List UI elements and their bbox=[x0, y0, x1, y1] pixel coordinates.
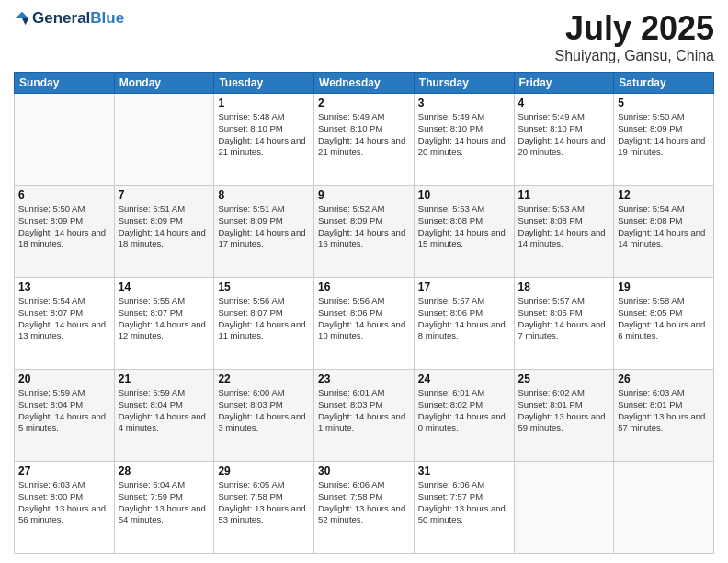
day-number: 2 bbox=[318, 97, 410, 109]
day-info: Sunrise: 5:49 AM Sunset: 8:10 PM Dayligh… bbox=[518, 111, 610, 158]
table-row bbox=[614, 462, 714, 554]
day-info: Sunrise: 5:53 AM Sunset: 8:08 PM Dayligh… bbox=[518, 203, 610, 250]
day-info: Sunrise: 5:59 AM Sunset: 8:04 PM Dayligh… bbox=[18, 387, 110, 434]
day-info: Sunrise: 5:48 AM Sunset: 8:10 PM Dayligh… bbox=[218, 111, 310, 158]
day-number: 12 bbox=[618, 189, 710, 201]
table-row: 12Sunrise: 5:54 AM Sunset: 8:08 PM Dayli… bbox=[614, 186, 714, 278]
logo: General Blue bbox=[14, 9, 124, 28]
col-wednesday: Wednesday bbox=[314, 73, 415, 94]
day-number: 15 bbox=[218, 281, 310, 293]
day-info: Sunrise: 5:51 AM Sunset: 8:09 PM Dayligh… bbox=[218, 203, 310, 250]
day-number: 28 bbox=[119, 465, 210, 477]
table-row: 21Sunrise: 5:59 AM Sunset: 8:04 PM Dayli… bbox=[114, 370, 214, 462]
table-row: 6Sunrise: 5:50 AM Sunset: 8:09 PM Daylig… bbox=[15, 186, 115, 278]
table-row: 20Sunrise: 5:59 AM Sunset: 8:04 PM Dayli… bbox=[15, 370, 115, 462]
title-location: Shuiyang, Gansu, China bbox=[555, 48, 714, 64]
day-number: 18 bbox=[518, 281, 610, 293]
day-number: 5 bbox=[618, 97, 710, 109]
table-row bbox=[114, 94, 214, 186]
col-monday: Monday bbox=[114, 73, 214, 94]
day-number: 25 bbox=[518, 373, 610, 385]
day-info: Sunrise: 5:50 AM Sunset: 8:09 PM Dayligh… bbox=[618, 111, 710, 158]
table-row bbox=[15, 94, 115, 186]
day-info: Sunrise: 5:52 AM Sunset: 8:09 PM Dayligh… bbox=[318, 203, 410, 250]
day-number: 6 bbox=[18, 189, 110, 201]
header: General Blue July 2025 Shuiyang, Gansu, … bbox=[14, 9, 714, 64]
col-thursday: Thursday bbox=[414, 73, 514, 94]
table-row bbox=[514, 462, 614, 554]
day-number: 4 bbox=[518, 97, 610, 109]
calendar-row: 20Sunrise: 5:59 AM Sunset: 8:04 PM Dayli… bbox=[15, 370, 714, 462]
table-row: 27Sunrise: 6:03 AM Sunset: 8:00 PM Dayli… bbox=[15, 462, 115, 554]
day-number: 24 bbox=[418, 373, 510, 385]
table-row: 2Sunrise: 5:49 AM Sunset: 8:10 PM Daylig… bbox=[314, 94, 415, 186]
day-number: 11 bbox=[518, 189, 610, 201]
day-number: 10 bbox=[418, 189, 510, 201]
day-info: Sunrise: 5:51 AM Sunset: 8:09 PM Dayligh… bbox=[119, 203, 210, 250]
calendar-row: 6Sunrise: 5:50 AM Sunset: 8:09 PM Daylig… bbox=[15, 186, 714, 278]
table-row: 14Sunrise: 5:55 AM Sunset: 8:07 PM Dayli… bbox=[114, 278, 214, 370]
day-number: 26 bbox=[618, 373, 710, 385]
day-info: Sunrise: 5:58 AM Sunset: 8:05 PM Dayligh… bbox=[618, 295, 710, 342]
title-month: July 2025 bbox=[555, 9, 714, 48]
table-row: 10Sunrise: 5:53 AM Sunset: 8:08 PM Dayli… bbox=[414, 186, 514, 278]
table-row: 30Sunrise: 6:06 AM Sunset: 7:58 PM Dayli… bbox=[314, 462, 415, 554]
title-block: July 2025 Shuiyang, Gansu, China bbox=[555, 9, 714, 64]
day-info: Sunrise: 6:03 AM Sunset: 8:00 PM Dayligh… bbox=[18, 479, 110, 526]
table-row: 8Sunrise: 5:51 AM Sunset: 8:09 PM Daylig… bbox=[214, 186, 314, 278]
day-info: Sunrise: 5:49 AM Sunset: 8:10 PM Dayligh… bbox=[418, 111, 510, 158]
table-row: 16Sunrise: 5:56 AM Sunset: 8:06 PM Dayli… bbox=[314, 278, 415, 370]
day-number: 27 bbox=[18, 465, 110, 477]
day-number: 8 bbox=[218, 189, 310, 201]
calendar-row: 13Sunrise: 5:54 AM Sunset: 8:07 PM Dayli… bbox=[15, 278, 714, 370]
table-row: 29Sunrise: 6:05 AM Sunset: 7:58 PM Dayli… bbox=[214, 462, 314, 554]
day-number: 22 bbox=[218, 373, 310, 385]
table-row: 28Sunrise: 6:04 AM Sunset: 7:59 PM Dayli… bbox=[114, 462, 214, 554]
calendar-table: Sunday Monday Tuesday Wednesday Thursday… bbox=[14, 72, 714, 554]
day-info: Sunrise: 6:05 AM Sunset: 7:58 PM Dayligh… bbox=[218, 479, 310, 526]
table-row: 3Sunrise: 5:49 AM Sunset: 8:10 PM Daylig… bbox=[414, 94, 514, 186]
table-row: 15Sunrise: 5:56 AM Sunset: 8:07 PM Dayli… bbox=[214, 278, 314, 370]
col-saturday: Saturday bbox=[614, 73, 714, 94]
day-number: 1 bbox=[218, 97, 310, 109]
svg-marker-1 bbox=[22, 18, 28, 25]
logo-general: General bbox=[32, 9, 90, 28]
table-row: 26Sunrise: 6:03 AM Sunset: 8:01 PM Dayli… bbox=[614, 370, 714, 462]
day-number: 3 bbox=[418, 97, 510, 109]
calendar-header-row: Sunday Monday Tuesday Wednesday Thursday… bbox=[15, 73, 714, 94]
table-row: 13Sunrise: 5:54 AM Sunset: 8:07 PM Dayli… bbox=[15, 278, 115, 370]
day-number: 14 bbox=[119, 281, 210, 293]
day-info: Sunrise: 6:06 AM Sunset: 7:58 PM Dayligh… bbox=[318, 479, 410, 526]
table-row: 17Sunrise: 5:57 AM Sunset: 8:06 PM Dayli… bbox=[414, 278, 514, 370]
col-sunday: Sunday bbox=[15, 73, 115, 94]
day-number: 21 bbox=[119, 373, 210, 385]
table-row: 1Sunrise: 5:48 AM Sunset: 8:10 PM Daylig… bbox=[214, 94, 314, 186]
table-row: 7Sunrise: 5:51 AM Sunset: 8:09 PM Daylig… bbox=[114, 186, 214, 278]
day-info: Sunrise: 5:56 AM Sunset: 8:06 PM Dayligh… bbox=[318, 295, 410, 342]
calendar-row: 27Sunrise: 6:03 AM Sunset: 8:00 PM Dayli… bbox=[15, 462, 714, 554]
day-info: Sunrise: 5:57 AM Sunset: 8:05 PM Dayligh… bbox=[518, 295, 610, 342]
day-info: Sunrise: 6:02 AM Sunset: 8:01 PM Dayligh… bbox=[518, 387, 610, 434]
day-number: 30 bbox=[318, 465, 410, 477]
day-info: Sunrise: 6:03 AM Sunset: 8:01 PM Dayligh… bbox=[618, 387, 710, 434]
table-row: 23Sunrise: 6:01 AM Sunset: 8:03 PM Dayli… bbox=[314, 370, 415, 462]
calendar-row: 1Sunrise: 5:48 AM Sunset: 8:10 PM Daylig… bbox=[15, 94, 714, 186]
day-number: 29 bbox=[218, 465, 310, 477]
day-info: Sunrise: 5:49 AM Sunset: 8:10 PM Dayligh… bbox=[318, 111, 410, 158]
table-row: 9Sunrise: 5:52 AM Sunset: 8:09 PM Daylig… bbox=[314, 186, 415, 278]
svg-marker-0 bbox=[16, 12, 28, 18]
day-info: Sunrise: 5:54 AM Sunset: 8:07 PM Dayligh… bbox=[18, 295, 110, 342]
day-number: 19 bbox=[618, 281, 710, 293]
day-number: 16 bbox=[318, 281, 410, 293]
day-number: 23 bbox=[318, 373, 410, 385]
day-info: Sunrise: 5:57 AM Sunset: 8:06 PM Dayligh… bbox=[418, 295, 510, 342]
day-info: Sunrise: 6:01 AM Sunset: 8:03 PM Dayligh… bbox=[318, 387, 410, 434]
table-row: 25Sunrise: 6:02 AM Sunset: 8:01 PM Dayli… bbox=[514, 370, 614, 462]
table-row: 4Sunrise: 5:49 AM Sunset: 8:10 PM Daylig… bbox=[514, 94, 614, 186]
table-row: 11Sunrise: 5:53 AM Sunset: 8:08 PM Dayli… bbox=[514, 186, 614, 278]
day-number: 13 bbox=[18, 281, 110, 293]
col-friday: Friday bbox=[514, 73, 614, 94]
day-info: Sunrise: 6:04 AM Sunset: 7:59 PM Dayligh… bbox=[119, 479, 210, 526]
day-number: 9 bbox=[318, 189, 410, 201]
table-row: 24Sunrise: 6:01 AM Sunset: 8:02 PM Dayli… bbox=[414, 370, 514, 462]
